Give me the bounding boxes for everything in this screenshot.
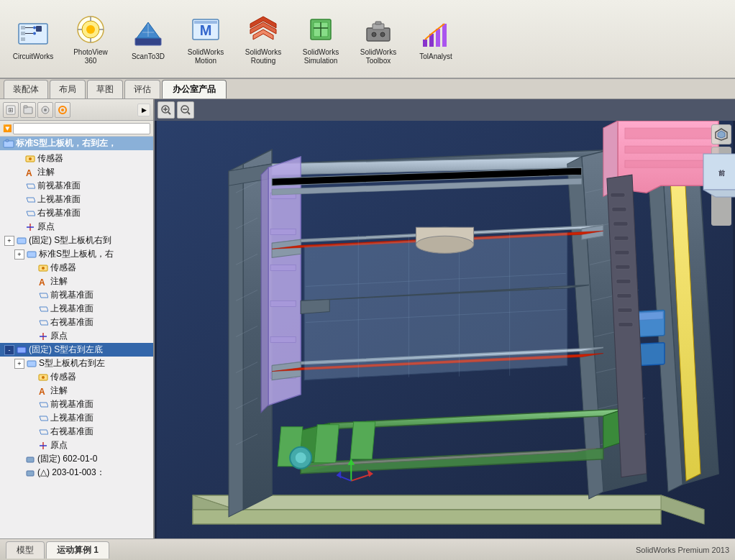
tree-item-top-plane2[interactable]: 上视基准面 <box>0 302 153 316</box>
tree-item-part-203[interactable]: (△) 203-01-003： <box>0 466 153 479</box>
svg-line-85 <box>188 112 190 114</box>
tab-layout[interactable]: 布局 <box>50 80 86 98</box>
feature-tree: 传感器 A 注解 前视基准面 <box>0 150 153 538</box>
zoom-in-btn[interactable] <box>158 101 175 119</box>
tree-item-s-top-right-left[interactable]: + S型上板机右到左 <box>0 357 153 370</box>
svg-rect-1 <box>21 26 25 29</box>
tree-item-top-plane3[interactable]: 上视基准面 <box>0 411 153 425</box>
tree-item-annotation2[interactable]: A 注解 <box>0 275 153 288</box>
svg-rect-48 <box>6 139 9 142</box>
toolbar-sw-motion[interactable]: M SolidWorksMotion <box>180 9 232 68</box>
tree-config-btn[interactable] <box>37 102 53 118</box>
sw-routing-label: SolidWorksRouting <box>245 48 281 65</box>
tree-item-fixed-s-right-bottom[interactable]: - (固定) S型右到左底 <box>0 343 153 357</box>
svg-point-6 <box>33 27 36 29</box>
toolbar-sw-toolbox[interactable]: SolidWorksToolbox <box>352 9 404 68</box>
svg-point-50 <box>29 157 32 160</box>
svg-point-11 <box>86 25 95 34</box>
tree-item-sensor1[interactable]: 传感器 <box>0 152 153 165</box>
svg-rect-35 <box>423 40 427 47</box>
tree-expand-fixed-right-bottom[interactable]: - <box>4 345 14 355</box>
svg-text:⊞: ⊞ <box>8 106 14 114</box>
svg-rect-2 <box>21 32 25 35</box>
svg-point-70 <box>42 376 45 379</box>
svg-rect-171 <box>618 308 632 312</box>
svg-point-33 <box>372 32 376 37</box>
tolanalyst-icon <box>419 17 453 51</box>
part-203-icon <box>24 467 36 479</box>
tree-item-right-plane3[interactable]: 右视基准面 <box>0 425 153 439</box>
svg-rect-78 <box>27 471 34 476</box>
annotation-icon: A <box>24 167 36 178</box>
tree-item-standard-s-right[interactable]: + 标准S型上板机，右 <box>0 247 153 261</box>
tree-item-right-plane1[interactable]: 右视基准面 <box>0 206 153 220</box>
tab-assembly[interactable]: 装配体 <box>4 80 48 98</box>
zoom-out-btn[interactable] <box>177 101 194 119</box>
svg-marker-186 <box>703 190 735 197</box>
toolbar-sw-simulation[interactable]: SolidWorksSimulation <box>295 9 347 68</box>
photoview360-label: PhotoView360 <box>73 48 108 65</box>
svg-marker-72 <box>40 403 48 407</box>
tree-open-btn[interactable] <box>20 102 36 118</box>
circuitworks-icon <box>16 17 50 51</box>
toolbar-sw-routing[interactable]: SolidWorksRouting <box>237 9 289 68</box>
circuitworks-label: CircuitWorks <box>13 52 53 61</box>
toolbar-photoview360[interactable]: PhotoView360 <box>65 9 117 68</box>
view-orient-btn[interactable] <box>711 124 731 144</box>
tab-office-products[interactable]: 办公室产品 <box>162 80 227 98</box>
toolbar-scanto3d[interactable]: ScanTo3D <box>122 14 174 64</box>
photoview360-icon <box>73 12 108 47</box>
tree-item-fixed-s-right[interactable]: + (固定) S型上板机右到 <box>0 234 153 247</box>
tree-root-item[interactable]: 标准S型上板机，右到左， <box>0 137 153 150</box>
svg-rect-57 <box>17 238 26 244</box>
model-canvas[interactable]: 前 <box>155 121 735 538</box>
tree-item-sensor2[interactable]: 传感器 <box>0 261 153 275</box>
tree-item-sensor3[interactable]: 传感器 <box>0 370 153 384</box>
tree-item-origin1[interactable]: 原点 <box>0 220 153 234</box>
tree-expand-fixed-s-right[interactable]: + <box>4 236 14 246</box>
tab-sketch[interactable]: 草图 <box>87 80 123 98</box>
svg-point-44 <box>44 109 47 111</box>
tree-item-annotation1[interactable]: A 注解 <box>0 165 153 179</box>
svg-rect-168 <box>616 265 630 269</box>
toolbar-tolanalyst[interactable]: TolAnalyst <box>410 14 462 64</box>
tree-item-right-plane2[interactable]: 右视基准面 <box>0 316 153 329</box>
svg-rect-172 <box>618 322 633 326</box>
tree-item-top-plane1[interactable]: 上视基准面 <box>0 193 153 206</box>
svg-rect-108 <box>270 229 296 234</box>
tree-expand-panel-btn[interactable]: ▶ <box>137 104 150 116</box>
tree-item-origin2[interactable]: 原点 <box>0 329 153 343</box>
status-bar: 模型 运动算例 1 SolidWorks Premium 2013 <box>0 538 735 560</box>
tab-model[interactable]: 模型 <box>6 541 45 559</box>
plane3-icon <box>37 399 49 410</box>
assembly-part-icon <box>16 235 27 247</box>
tree-expand-s-top[interactable]: + <box>14 359 24 369</box>
svg-rect-38 <box>442 24 447 47</box>
tree-item-front-plane2[interactable]: 前视基准面 <box>0 288 153 302</box>
svg-rect-8 <box>36 26 42 32</box>
tree-item-fixed-602[interactable]: (固定) 602-01-0 <box>0 452 153 466</box>
svg-text:A: A <box>26 168 32 178</box>
sensor-icon <box>24 153 36 165</box>
assembly-bottom-icon <box>16 344 27 356</box>
sw-motion-label: SolidWorksMotion <box>188 48 224 65</box>
tree-filter-btn[interactable]: ⊞ <box>3 102 19 118</box>
svg-marker-92 <box>229 164 243 517</box>
svg-point-7 <box>33 32 36 35</box>
tree-item-annotation3[interactable]: A 注解 <box>0 384 153 398</box>
svg-rect-16 <box>135 38 161 45</box>
tree-item-origin3[interactable]: 原点 <box>0 439 153 452</box>
tab-evaluate[interactable]: 评估 <box>124 80 160 98</box>
tree-item-front-plane1[interactable]: 前视基准面 <box>0 179 153 193</box>
svg-text:A: A <box>39 277 45 287</box>
svg-marker-62 <box>40 293 48 298</box>
right-plane2-icon <box>37 317 49 329</box>
3d-viewport[interactable]: 前 <box>155 99 735 538</box>
tree-item-front-plane3[interactable]: 前视基准面 <box>0 398 153 411</box>
tree-expand-standard-s[interactable]: + <box>14 249 24 260</box>
toolbar-circuitworks[interactable]: CircuitWorks <box>7 14 59 64</box>
tree-appearance-btn[interactable] <box>55 102 70 118</box>
assembly-icon <box>3 138 14 150</box>
svg-marker-73 <box>40 416 48 421</box>
tab-motion-example[interactable]: 运动算例 1 <box>46 541 109 559</box>
